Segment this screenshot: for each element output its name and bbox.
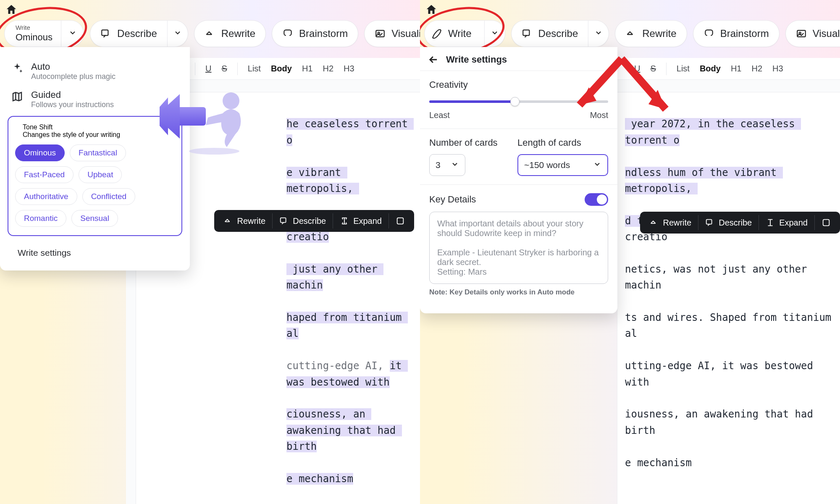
describe-icon (522, 28, 533, 39)
fmt-list[interactable]: List (248, 64, 261, 74)
visualize-label: Visualize (391, 28, 420, 39)
tone-chip-conflicted[interactable]: Conflicted (82, 188, 136, 205)
creativity-slider[interactable] (429, 96, 608, 106)
mode-guided-title: Guided (31, 89, 114, 100)
sel-expand[interactable]: Expand (759, 212, 814, 234)
fmt-strike[interactable]: S (650, 64, 656, 74)
fmt-strike[interactable]: S (221, 64, 227, 74)
chevron-down-icon (173, 28, 182, 39)
fmt-h3[interactable]: H3 (344, 64, 354, 74)
describe-button[interactable]: Describe (511, 20, 588, 47)
sparkle-icon (11, 62, 24, 75)
write-label-small: Write (16, 24, 52, 31)
document-page[interactable]: year 2072, in the ceaseless torrent o nd… (617, 92, 840, 504)
key-details-toggle[interactable] (585, 193, 608, 206)
mode-guided[interactable]: GuidedFollows your instructions (8, 85, 182, 113)
main-toolbar: Write Describe Rewrite Brainstorm (424, 18, 840, 50)
rewrite-label: Rewrite (642, 28, 676, 39)
fmt-list[interactable]: List (677, 64, 690, 74)
write-settings-label: Write settings (18, 248, 71, 258)
back-arrow-icon[interactable] (428, 54, 439, 66)
brainstorm-icon (704, 28, 714, 39)
rewrite-icon (649, 218, 659, 227)
describe-icon (279, 216, 289, 226)
write-settings-link[interactable]: Write settings (8, 245, 182, 260)
tone-chip-ominous[interactable]: Ominous (15, 144, 65, 161)
slider-least: Least (429, 110, 450, 120)
tone-chip-fantastical[interactable]: Fantastical (70, 144, 126, 161)
rewrite-icon (223, 216, 233, 226)
creativity-section: Creativity Least Most (420, 71, 617, 129)
fmt-h2[interactable]: H2 (752, 64, 763, 74)
visualize-button[interactable]: Visualize (785, 20, 840, 47)
expand-icon (766, 218, 775, 227)
tone-chip-romantic[interactable]: Romantic (15, 210, 66, 227)
rewrite-button[interactable]: Rewrite (194, 20, 266, 47)
fmt-body[interactable]: Body (700, 64, 721, 74)
describe-label: Describe (538, 28, 578, 39)
chevron-down-icon (593, 160, 601, 171)
more-icon (396, 216, 405, 226)
key-details-section: Key Details What important details about… (420, 184, 617, 305)
key-details-textarea[interactable]: What important details about your story … (429, 212, 608, 284)
num-cards-label: Number of cards (429, 137, 501, 148)
brainstorm-button[interactable]: Brainstorm (693, 20, 780, 47)
home-icon[interactable] (424, 3, 438, 17)
fmt-h1[interactable]: H1 (302, 64, 313, 74)
sel-describe[interactable]: Describe (273, 210, 333, 232)
key-details-note: Note: Key Details only works in Auto mod… (429, 288, 608, 297)
rewrite-icon (205, 28, 215, 39)
format-bar: U S List Body H1 H2 H3 (185, 58, 420, 80)
visualize-label: Visualize (813, 28, 840, 39)
fmt-h2[interactable]: H2 (323, 64, 334, 74)
home-icon[interactable] (4, 3, 18, 17)
sel-rewrite[interactable]: Rewrite (643, 212, 698, 234)
num-cards-select[interactable]: 3 (429, 154, 465, 176)
map-pin-icon (11, 90, 24, 103)
document-text: he ceaseless torrent o e vibrant metropo… (286, 100, 412, 503)
format-bar: U S List Body H1 H2 H3 (617, 58, 840, 80)
brainstorm-button[interactable]: Brainstorm (272, 20, 358, 47)
sel-expand[interactable]: Expand (333, 210, 388, 232)
mode-auto[interactable]: AutoAutocomplete plus magic (8, 57, 182, 85)
describe-button[interactable]: Describe (90, 20, 167, 47)
expand-icon (340, 216, 349, 226)
svg-rect-13 (523, 30, 529, 35)
fmt-body[interactable]: Body (271, 64, 292, 74)
brainstorm-label: Brainstorm (299, 28, 348, 39)
sel-rewrite[interactable]: Rewrite (217, 210, 272, 232)
write-button[interactable]: Write Ominous (4, 20, 61, 47)
sel-more[interactable] (815, 212, 837, 234)
describe-caret[interactable] (588, 20, 609, 47)
num-cards-value: 3 (436, 160, 441, 170)
fmt-underline[interactable]: U (634, 64, 640, 74)
sel-describe[interactable]: Describe (698, 212, 759, 234)
tone-chip-upbeat[interactable]: Upbeat (79, 166, 122, 183)
describe-label: Describe (117, 28, 157, 39)
creativity-label: Creativity (429, 79, 608, 90)
tone-chip-sensual[interactable]: Sensual (71, 210, 118, 227)
tone-chip-authoritative[interactable]: Authoritative (15, 188, 77, 205)
mode-auto-sub: Autocomplete plus magic (31, 72, 116, 81)
visualize-icon (375, 28, 386, 39)
fmt-h1[interactable]: H1 (731, 64, 742, 74)
visualize-button[interactable]: Visualize (364, 20, 420, 47)
write-button[interactable]: Write (424, 20, 484, 47)
write-dropdown-caret[interactable] (61, 20, 84, 47)
fmt-h3[interactable]: H3 (772, 64, 783, 74)
pen-icon (431, 28, 442, 39)
sel-more[interactable] (389, 210, 412, 232)
describe-caret[interactable] (167, 20, 188, 47)
len-cards-select[interactable]: ~150 words (517, 154, 608, 176)
write-dropdown-caret[interactable] (484, 20, 505, 47)
svg-rect-3 (281, 218, 286, 223)
chevron-down-icon (491, 28, 499, 39)
write-split-button: Write Ominous (4, 20, 84, 47)
describe-icon (705, 218, 714, 227)
tone-chip-fast-paced[interactable]: Fast-Paced (15, 166, 74, 183)
write-settings-panel: Write settings Creativity Least Most Num… (420, 47, 617, 313)
fmt-underline[interactable]: U (205, 64, 211, 74)
svg-rect-16 (706, 220, 712, 224)
rewrite-label: Rewrite (221, 28, 255, 39)
rewrite-button[interactable]: Rewrite (615, 20, 687, 47)
